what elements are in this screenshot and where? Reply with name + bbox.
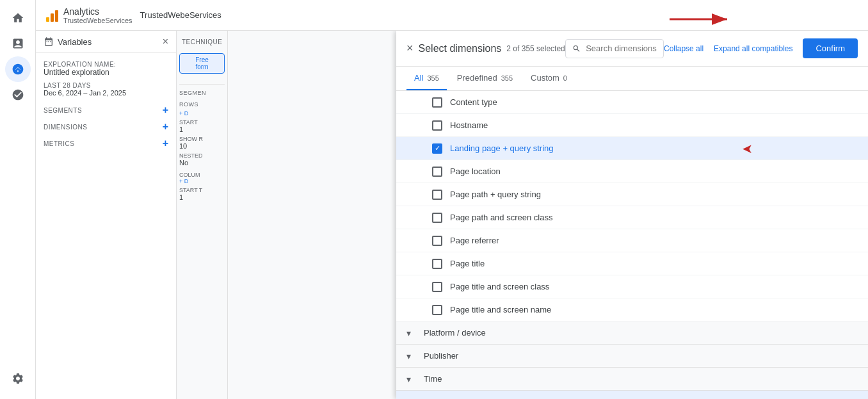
dimensions-list: Content type Hostname Landing pa [396, 91, 868, 399]
start-label: START [179, 119, 225, 126]
tab-predefined[interactable]: Predefined 355 [449, 67, 520, 90]
modal-count: 2 of 355 selected [506, 44, 565, 53]
page-location-label[interactable]: Page location [450, 167, 501, 176]
show-rows-value: 10 [179, 142, 225, 150]
time-label: Time [424, 374, 442, 384]
segments-label: SEGMENTS [44, 107, 82, 114]
tab-custom[interactable]: Custom 0 [523, 67, 575, 90]
start-value: 1 [179, 126, 225, 133]
tab-predefined-label: Predefined [457, 73, 497, 83]
search-box[interactable] [565, 39, 664, 58]
list-item: Content type [396, 91, 868, 114]
traffic-source-category[interactable]: ▴ Traffic source [396, 391, 868, 399]
segments-section: SEGMENTS + [44, 102, 168, 118]
variables-close-btn[interactable]: × [163, 36, 168, 47]
page-title-screen-name-checkbox[interactable] [432, 305, 442, 315]
nav-explore-icon[interactable] [5, 56, 31, 82]
search-icon [572, 44, 581, 54]
hostname-label[interactable]: Hostname [450, 120, 488, 130]
segments-mini-label: SEGMEN [179, 90, 225, 96]
add-dimension-btn[interactable]: + [163, 121, 168, 133]
date-label: Last 28 days [44, 82, 168, 89]
content-type-checkbox[interactable] [432, 97, 442, 108]
page-path-screen-label[interactable]: Page path and screen class [450, 213, 552, 222]
collapse-all-link[interactable]: Collapse all [664, 44, 703, 53]
page-title-screen-class-label[interactable]: Page title and screen class [450, 282, 549, 291]
date-range: Dec 6, 2024 – Jan 2, 2025 [44, 89, 168, 97]
page-title-label[interactable]: Page title [450, 259, 485, 268]
list-item: Page title and screen name [396, 298, 868, 322]
tab-predefined-badge: 355 [501, 74, 513, 82]
modal-header: × Select dimensions 2 of 355 selected Co… [396, 31, 868, 67]
tab-custom-badge: 0 [563, 74, 567, 82]
page-title-checkbox[interactable] [432, 259, 442, 269]
columns-label: COLUM [179, 172, 225, 178]
expand-all-link[interactable]: Expand all compatibles [714, 44, 792, 53]
page-path-screen-checkbox[interactable] [432, 213, 442, 223]
traffic-source-chevron[interactable]: ▴ [406, 397, 411, 400]
page-referrer-checkbox[interactable] [432, 236, 442, 246]
variables-label: Variables [58, 37, 92, 47]
landing-page-label[interactable]: Landing page + query string [450, 143, 554, 153]
list-item-landing-page: Landing page + query string ➤ [396, 137, 868, 160]
nav-reports-icon[interactable] [5, 31, 31, 56]
technique-label: TECHNIQUE [179, 36, 225, 48]
tab-all-label: All [414, 73, 423, 83]
tab-custom-label: Custom [531, 73, 559, 83]
nested-label: NESTED [179, 152, 225, 159]
platform-device-chevron[interactable]: ▾ [406, 328, 411, 338]
account-sub: TrustedWebeServices [140, 10, 221, 20]
nav-home-icon[interactable] [5, 5, 31, 31]
platform-device-category[interactable]: ▾ Platform / device [396, 322, 868, 345]
page-title-screen-name-label[interactable]: Page title and screen name [450, 305, 551, 314]
rows-label: ROWS [179, 101, 225, 108]
page-title-screen-class-checkbox[interactable] [432, 282, 442, 292]
tab-all[interactable]: All 355 [406, 67, 447, 90]
metrics-section: METRICS + [44, 135, 168, 152]
modal-actions: Collapse all Expand all compatibles Conf… [664, 38, 858, 58]
analytics-logo [46, 9, 58, 22]
modal-close-btn[interactable]: × [406, 42, 414, 55]
page-location-checkbox[interactable] [432, 167, 442, 177]
list-item: Page location [396, 160, 868, 183]
add-segment-btn[interactable]: + [163, 104, 168, 116]
list-item: Hostname [396, 114, 868, 137]
nested-value: No [179, 159, 225, 167]
platform-device-label: Platform / device [424, 328, 486, 338]
variables-panel: Variables × EXPLORATION NAME: Untitled e… [36, 31, 177, 399]
confirm-button[interactable]: Confirm [803, 38, 858, 58]
top-header: Analytics TrustedWebeServices TrustedWeb… [36, 0, 868, 31]
variables-header: Variables × [36, 31, 176, 53]
publisher-category[interactable]: ▾ Publisher [396, 345, 868, 368]
publisher-chevron[interactable]: ▾ [406, 351, 411, 361]
page-path-query-label[interactable]: Page path + query string [450, 190, 541, 199]
show-rows-label: SHOW R [179, 136, 225, 142]
hostname-checkbox[interactable] [432, 120, 442, 131]
analytics-title: Analytics [63, 6, 133, 17]
page-path-query-checkbox[interactable] [432, 190, 442, 200]
search-input[interactable] [586, 44, 657, 53]
content-type-label[interactable]: Content type [450, 97, 497, 107]
dimensions-section: DIMENSIONS + [44, 118, 168, 135]
exploration-name: Untitled exploration [44, 68, 168, 77]
add-columns-btn[interactable]: + D [179, 178, 225, 184]
time-chevron[interactable]: ▾ [406, 374, 411, 384]
landing-page-checkbox[interactable] [432, 143, 442, 154]
main-area: × Select dimensions 2 of 355 selected Co… [228, 31, 868, 399]
variables-title: Variables [44, 37, 92, 47]
modal-title-area: × Select dimensions 2 of 355 selected [406, 42, 565, 55]
icon-sidebar [0, 0, 36, 399]
add-metric-btn[interactable]: + [163, 138, 168, 149]
nav-advertising-icon[interactable] [5, 82, 31, 108]
nav-settings-icon[interactable] [5, 366, 31, 391]
technique-column: TECHNIQUE Freeform SEGMEN ROWS + D START… [177, 31, 228, 399]
list-item: Page path + query string [396, 183, 868, 206]
free-form-tab[interactable]: Freeform [179, 53, 225, 74]
annotation-arrow-1: ➤ [742, 141, 753, 156]
add-rows-btn[interactable]: + D [179, 110, 225, 117]
page-referrer-label[interactable]: Page referrer [450, 236, 499, 245]
metrics-label: METRICS [44, 140, 75, 147]
tab-all-badge: 355 [427, 74, 438, 82]
list-item: Page title [396, 252, 868, 275]
time-category[interactable]: ▾ Time [396, 368, 868, 391]
